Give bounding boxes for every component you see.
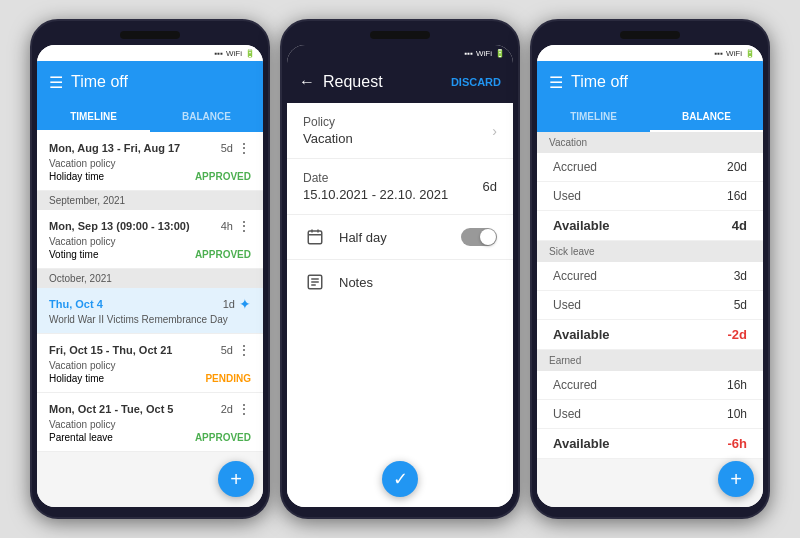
policy-section[interactable]: Policy Vacation › <box>287 103 513 159</box>
tab-balance-3[interactable]: BALANCE <box>650 103 763 132</box>
earned-used-label: Used <box>553 407 581 421</box>
status-sep: APPROVED <box>195 249 251 260</box>
signal-icon-3: ▪▪▪ <box>714 49 723 58</box>
balance-content: Vacation Accrued 20d Used 16d Available … <box>537 132 763 507</box>
item-duration-sep: 4h <box>221 220 233 232</box>
wifi-icon-3: WiFi <box>726 49 742 58</box>
item-policy-oct21: Vacation policy <box>49 419 251 430</box>
item-type-oct21: Parental leave APPROVED <box>49 432 251 443</box>
half-day-toggle[interactable] <box>461 228 497 246</box>
sick-accrued-value: 3d <box>734 269 747 283</box>
item-type-aug: Holiday time APPROVED <box>49 171 251 182</box>
vacation-used-value: 16d <box>727 189 747 203</box>
policy-label: Policy <box>303 115 353 129</box>
tab-balance-1[interactable]: BALANCE <box>150 103 263 132</box>
request-content: Policy Vacation › Date 15.10.2021 - 22.1… <box>287 103 513 507</box>
battery-icon-3: 🔋 <box>745 49 755 58</box>
tab-timeline-3[interactable]: TIMELINE <box>537 103 650 132</box>
earned-accrued-label: Accured <box>553 378 597 392</box>
vacation-available-row: Available 4d <box>537 211 763 241</box>
vacation-accrued-value: 20d <box>727 160 747 174</box>
signal-icon: ▪▪▪ <box>214 49 223 58</box>
phone-timeline: ▪▪▪ WiFi 🔋 ☰ Time off TIMELINE BALANCE M… <box>30 19 270 519</box>
app-bar-1: ☰ Time off <box>37 61 263 103</box>
earned-used-row: Used 10h <box>537 400 763 429</box>
battery-icon: 🔋 <box>245 49 255 58</box>
toggle-knob <box>480 229 496 245</box>
tabs-1: TIMELINE BALANCE <box>37 103 263 132</box>
earned-accrued-row: Accured 16h <box>537 371 763 400</box>
vacation-available-value: 4d <box>732 218 747 233</box>
sick-available-row: Available -2d <box>537 320 763 350</box>
vacation-available-label: Available <box>553 218 610 233</box>
fab-3[interactable]: + <box>718 461 754 497</box>
sick-available-label: Available <box>553 327 610 342</box>
timeline-item-oct4: Thu, Oct 4 1d ✦ World War II Victims Rem… <box>37 288 263 334</box>
vacation-accrued-row: Accrued 20d <box>537 153 763 182</box>
item-policy-aug: Vacation policy <box>49 158 251 169</box>
item-type-sep: Voting time APPROVED <box>49 249 251 260</box>
tabs-3: TIMELINE BALANCE <box>537 103 763 132</box>
phone-screen-1: ▪▪▪ WiFi 🔋 ☰ Time off TIMELINE BALANCE M… <box>37 45 263 507</box>
svg-rect-0 <box>308 231 322 244</box>
calendar-icon <box>303 225 327 249</box>
more-icon-aug[interactable]: ⋮ <box>237 140 251 156</box>
fab-1[interactable]: + <box>218 461 254 497</box>
sick-used-row: Used 5d <box>537 291 763 320</box>
policy-chevron-icon: › <box>492 123 497 139</box>
timeline-item-aug: Mon, Aug 13 - Fri, Aug 17 5d ⋮ Vacation … <box>37 132 263 191</box>
item-policy-oct15: Vacation policy <box>49 360 251 371</box>
item-duration-oct15: 5d <box>221 344 233 356</box>
earned-available-row: Available -6h <box>537 429 763 459</box>
more-icon-sep[interactable]: ⋮ <box>237 218 251 234</box>
section-sick: Sick leave <box>537 241 763 262</box>
phone-screen-2: ▪▪▪ WiFi 🔋 ← Request DISCARD Policy Vaca… <box>287 45 513 507</box>
earned-accrued-value: 16h <box>727 378 747 392</box>
item-date-oct4: Thu, Oct 4 <box>49 298 223 310</box>
sick-used-value: 5d <box>734 298 747 312</box>
status-oct15: PENDING <box>205 373 251 384</box>
discard-button[interactable]: DISCARD <box>451 76 501 88</box>
request-title: Request <box>323 73 443 91</box>
phones-container: ▪▪▪ WiFi 🔋 ☰ Time off TIMELINE BALANCE M… <box>0 0 800 538</box>
notes-label: Notes <box>339 275 373 290</box>
notes-row[interactable]: Notes <box>287 260 513 304</box>
item-date-aug: Mon, Aug 13 - Fri, Aug 17 <box>49 142 221 154</box>
timeline-item-oct21: Mon, Oct 21 - Tue, Oct 5 2d ⋮ Vacation p… <box>37 393 263 452</box>
sick-accrued-label: Accured <box>553 269 597 283</box>
item-duration-oct4: 1d <box>223 298 235 310</box>
wifi-icon-2: WiFi <box>476 49 492 58</box>
back-button[interactable]: ← <box>299 73 315 91</box>
phone-notch-3 <box>620 31 680 39</box>
phone-balance: ▪▪▪ WiFi 🔋 ☰ Time off TIMELINE BALANCE V… <box>530 19 770 519</box>
request-bar: ← Request DISCARD <box>287 61 513 103</box>
item-type-oct15: Holiday time PENDING <box>49 373 251 384</box>
phone-screen-3: ▪▪▪ WiFi 🔋 ☰ Time off TIMELINE BALANCE V… <box>537 45 763 507</box>
fab-2[interactable]: ✓ <box>382 461 418 497</box>
status-bar-2: ▪▪▪ WiFi 🔋 <box>287 45 513 61</box>
more-icon-oct21[interactable]: ⋮ <box>237 401 251 417</box>
item-date-sep: Mon, Sep 13 (09:00 - 13:00) <box>49 220 221 232</box>
section-earned: Earned <box>537 350 763 371</box>
signal-icon-2: ▪▪▪ <box>464 49 473 58</box>
timeline-content: Mon, Aug 13 - Fri, Aug 17 5d ⋮ Vacation … <box>37 132 263 507</box>
vacation-accrued-label: Accrued <box>553 160 597 174</box>
menu-icon-1[interactable]: ☰ <box>49 73 63 92</box>
status-bar-1: ▪▪▪ WiFi 🔋 <box>37 45 263 61</box>
date-section[interactable]: Date 15.10.2021 - 22.10. 2021 6d <box>287 159 513 215</box>
half-day-row: Half day <box>287 215 513 260</box>
section-sep: September, 2021 <box>37 191 263 210</box>
more-icon-oct15[interactable]: ⋮ <box>237 342 251 358</box>
item-duration-aug: 5d <box>221 142 233 154</box>
status-oct21: APPROVED <box>195 432 251 443</box>
tab-timeline-1[interactable]: TIMELINE <box>37 103 150 132</box>
date-value: 15.10.2021 - 22.10. 2021 <box>303 187 448 202</box>
app-title-3: Time off <box>571 73 751 91</box>
sick-accrued-row: Accured 3d <box>537 262 763 291</box>
phone-notch-2 <box>370 31 430 39</box>
menu-icon-3[interactable]: ☰ <box>549 73 563 92</box>
vacation-used-row: Used 16d <box>537 182 763 211</box>
kite-icon: ✦ <box>239 296 251 312</box>
date-label: Date <box>303 171 448 185</box>
half-day-label: Half day <box>339 230 449 245</box>
